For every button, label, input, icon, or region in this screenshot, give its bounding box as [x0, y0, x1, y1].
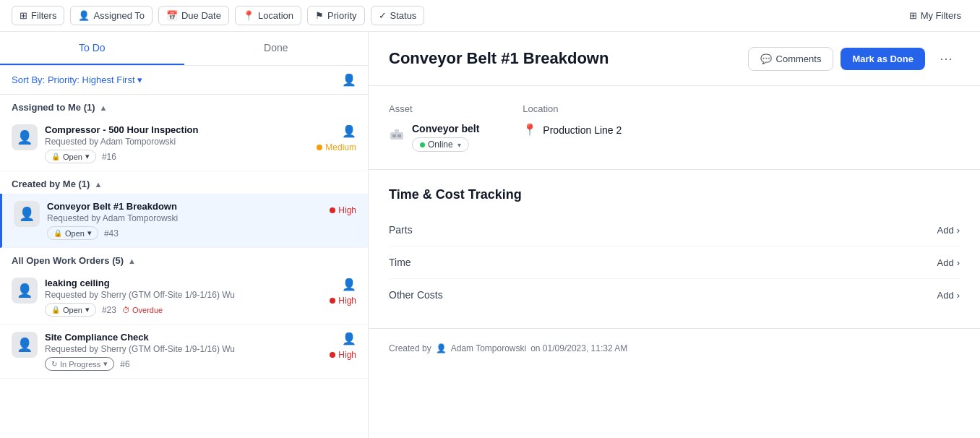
section-all-open-chevron-up-icon: ▲	[128, 257, 136, 265]
chevron-down-icon: ▾	[103, 359, 108, 369]
filters-label: Filters	[31, 10, 56, 21]
filters-button[interactable]: ⊞ Filters	[12, 6, 64, 25]
work-order-meta: 🔒 Open ▾ #23 ⏱ Overdue	[45, 303, 322, 317]
work-order-status-badge[interactable]: 🔒 Open ▾	[47, 226, 98, 240]
work-order-title: leaking ceiling	[45, 278, 322, 288]
section-created-by-me[interactable]: Created by Me (1) ▲	[0, 171, 368, 194]
sort-key: Priority:	[48, 74, 79, 85]
sort-settings-icon: 👤	[342, 73, 356, 87]
avatar-icon: 👤	[19, 206, 35, 222]
add-time-text: Add	[937, 257, 954, 268]
work-order-avatar: 👤	[12, 278, 38, 304]
created-by-user: Adam Tomporowski	[451, 343, 526, 353]
work-order-item[interactable]: 👤 leaking ceiling Requested by Sherry (G…	[0, 270, 368, 325]
my-filters-icon: ⊞	[909, 10, 917, 21]
sort-value: Highest First ▾	[82, 74, 143, 85]
sort-text: Sort By: Priority: Highest First ▾	[12, 74, 142, 85]
chevron-down-icon: ▾	[87, 228, 92, 238]
location-filter-label: Location	[258, 10, 293, 21]
work-order-meta: ↻ In Progress ▾ #6	[45, 357, 322, 371]
user-small-icon: 👤	[436, 343, 447, 353]
work-order-number: #16	[102, 152, 116, 162]
status-filter-button[interactable]: ✓ Status	[371, 6, 425, 25]
work-order-item-active[interactable]: 👤 Conveyor Belt #1 Breakdown Requested b…	[0, 194, 368, 248]
work-order-number: #23	[102, 305, 116, 315]
asset-name: Conveyor belt	[412, 123, 479, 134]
priority-dot	[317, 145, 322, 150]
asset-status-text: Online	[428, 139, 453, 150]
lock-icon: 🔒	[51, 306, 60, 314]
work-order-status-badge[interactable]: ↻ In Progress ▾	[45, 357, 114, 371]
location-name: Production Line 2	[543, 124, 622, 136]
more-options-button[interactable]: ⋯	[932, 46, 960, 71]
assignee-icon: 👤	[342, 124, 356, 138]
asset-icon	[389, 128, 405, 147]
work-order-item[interactable]: 👤 Site Compliance Check Requested by She…	[0, 325, 368, 379]
work-order-right: 👤 High	[330, 278, 356, 306]
add-other-costs-text: Add	[937, 290, 954, 301]
my-filters-button[interactable]: ⊞ My Filters	[902, 7, 968, 25]
right-panel: Conveyor Belt #1 Breakdown 💬 Comments Ma…	[369, 32, 980, 438]
created-by: Created by 👤 Adam Tomporowski on 01/09/2…	[389, 343, 960, 353]
time-label: Time	[389, 257, 411, 268]
comments-label: Comments	[776, 53, 822, 64]
svg-rect-3	[395, 129, 399, 132]
work-order-content: leaking ceiling Requested by Sherry (GTM…	[45, 278, 322, 317]
location-item: 📍 Production Line 2	[523, 123, 622, 137]
tab-todo[interactable]: To Do	[0, 32, 184, 65]
work-order-right: High	[330, 201, 356, 215]
tabs-container: To Do Done	[0, 32, 368, 66]
work-order-meta: 🔒 Open ▾ #43	[47, 226, 322, 240]
priority-filter-label: Priority	[327, 10, 356, 21]
work-order-right: 👤 High	[330, 332, 356, 360]
work-order-requester: Requested by Adam Tomporowski	[45, 137, 309, 147]
work-order-list: Assigned to Me (1) ▲ 👤 Compressor - 500 …	[0, 95, 368, 438]
assigned-to-filter-button[interactable]: 👤 Assigned To	[70, 6, 152, 25]
avatar-icon: 👤	[17, 129, 33, 145]
location-label: Location	[523, 103, 622, 114]
asset-item: Conveyor belt Online ▾	[389, 123, 479, 152]
priority-filter-button[interactable]: ⚑ Priority	[307, 6, 364, 25]
work-order-title: Site Compliance Check	[45, 332, 322, 343]
section-assigned-to-me[interactable]: Assigned to Me (1) ▲	[0, 95, 368, 117]
online-status-badge[interactable]: Online ▾	[412, 137, 469, 152]
assignee-icon: 👤	[342, 332, 356, 345]
add-time-link[interactable]: Add ›	[937, 257, 960, 268]
section-created-by-me-label: Created by Me (1)	[12, 179, 90, 189]
assigned-to-label: Assigned To	[93, 10, 145, 21]
work-order-item[interactable]: 👤 Compressor - 500 Hour Inspection Reque…	[0, 117, 368, 171]
status-text: Open	[63, 306, 82, 314]
section-assigned-to-me-label: Assigned to Me (1)	[12, 102, 95, 113]
tab-done-label: Done	[264, 42, 288, 53]
work-order-status-badge[interactable]: 🔒 Open ▾	[45, 303, 96, 317]
location-filter-button[interactable]: 📍 Location	[235, 6, 301, 25]
priority-label: High	[338, 205, 356, 215]
status-text: In Progress	[60, 360, 100, 369]
asset-info: Conveyor belt Online ▾	[412, 123, 479, 152]
due-date-filter-button[interactable]: 📅 Due Date	[158, 6, 229, 25]
work-order-requester: Requested by Sherry (GTM Off-Site 1/9-1/…	[45, 344, 322, 354]
lock-icon: 🔒	[51, 153, 60, 160]
due-date-icon: 📅	[166, 10, 178, 21]
lock-icon: 🔒	[53, 229, 62, 237]
work-order-status-badge[interactable]: 🔒 Open ▾	[45, 150, 96, 163]
mark-done-button[interactable]: Mark as Done	[841, 48, 925, 70]
detail-actions: 💬 Comments Mark as Done ⋯	[748, 46, 960, 71]
tab-done[interactable]: Done	[184, 32, 369, 65]
svg-rect-2	[397, 134, 401, 137]
work-order-content: Site Compliance Check Requested by Sherr…	[45, 332, 322, 371]
add-other-costs-link[interactable]: Add ›	[937, 290, 960, 301]
add-parts-link[interactable]: Add ›	[937, 225, 960, 236]
priority-badge: High	[330, 205, 356, 215]
comments-button[interactable]: 💬 Comments	[748, 47, 834, 71]
location-filter-icon: 📍	[243, 10, 254, 21]
add-parts-arrow-icon: ›	[957, 225, 960, 236]
section-all-open[interactable]: All Open Work Orders (5) ▲	[0, 248, 368, 270]
created-by-prefix: Created by	[389, 343, 431, 353]
priority-badge: High	[330, 296, 356, 306]
status-filter-label: Status	[390, 10, 417, 21]
asset-section: Asset Conveyor belt	[389, 103, 479, 152]
work-order-title: Compressor - 500 Hour Inspection	[45, 124, 309, 135]
work-order-requester: Requested by Sherry (GTM Off-Site 1/9-1/…	[45, 290, 322, 300]
work-order-number: #6	[120, 359, 129, 369]
